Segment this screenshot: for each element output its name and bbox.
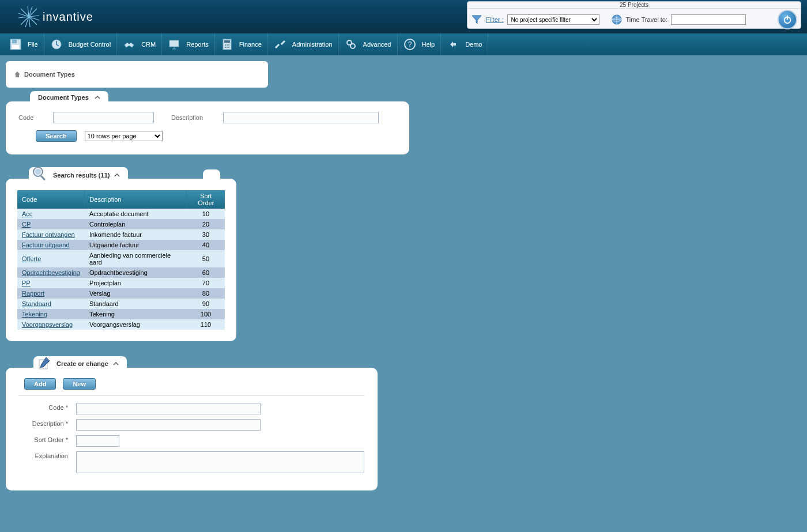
edit-icon xyxy=(37,355,52,370)
code-link[interactable]: Factuur uitgaand xyxy=(22,242,70,248)
cell-code: PP xyxy=(17,278,85,288)
chevron-up-icon[interactable] xyxy=(113,361,119,367)
cell-description: Aanbieding van commerciele aard xyxy=(85,250,187,267)
table-row: PPProjectplan70 xyxy=(17,278,225,288)
svg-rect-5 xyxy=(12,40,17,43)
handshake-icon xyxy=(123,38,135,51)
power-button[interactable] xyxy=(778,10,797,29)
code-link[interactable]: Rapport xyxy=(22,290,44,297)
menu-admin[interactable]: Administration xyxy=(268,33,339,55)
chevron-up-icon[interactable] xyxy=(114,172,120,178)
cell-sort-order: 80 xyxy=(187,288,225,299)
table-row: TekeningTekening100 xyxy=(17,309,225,319)
svg-point-22 xyxy=(35,169,41,175)
results-table: Code Description Sort Order AccAcceptati… xyxy=(17,190,225,330)
cell-description: Verslag xyxy=(85,288,187,299)
logo-swirl-icon xyxy=(17,5,40,28)
code-link[interactable]: PP xyxy=(22,280,31,286)
cell-code: Offerte xyxy=(17,250,85,267)
cell-code: CP xyxy=(17,219,85,229)
svg-rect-3 xyxy=(787,16,788,20)
code-link[interactable]: Tekening xyxy=(22,311,47,318)
results-blank-tab[interactable] xyxy=(203,169,220,181)
cell-sort-order: 30 xyxy=(187,229,225,240)
projects-count[interactable]: 25 Projects xyxy=(467,2,801,9)
menu-help[interactable]: ? Help xyxy=(398,33,442,55)
cell-description: Tekening xyxy=(85,309,187,319)
svg-rect-8 xyxy=(169,40,179,47)
tools-icon xyxy=(274,38,286,51)
menu-demo[interactable]: Demo xyxy=(441,33,488,55)
menu-budget[interactable]: Budget Control xyxy=(44,33,117,55)
cell-sort-order: 60 xyxy=(187,267,225,278)
divider xyxy=(18,395,365,396)
code-link[interactable]: Factuur ontvangen xyxy=(22,231,75,238)
code-label: Code xyxy=(18,114,47,121)
rows-per-page-select[interactable]: 10 rows per page xyxy=(85,131,163,141)
cell-description: Uitgaande factuur xyxy=(85,240,187,250)
breadcrumb-text: Document Types xyxy=(24,71,75,78)
col-code[interactable]: Code xyxy=(17,190,85,209)
budget-icon xyxy=(50,38,63,51)
col-description[interactable]: Description xyxy=(85,190,187,209)
filter-select[interactable]: No project specific filter xyxy=(507,14,599,25)
menu-reports[interactable]: Reports xyxy=(162,33,215,55)
form-code-input[interactable] xyxy=(76,403,261,414)
presentation-icon xyxy=(168,38,180,51)
description-label: Description xyxy=(171,114,217,121)
code-link[interactable]: Offerte xyxy=(22,255,41,262)
cell-description: Voorgangsverslag xyxy=(85,319,187,330)
svg-rect-10 xyxy=(224,40,230,43)
magnify-icon xyxy=(31,165,48,182)
chevron-up-icon[interactable] xyxy=(95,95,100,100)
menu-advanced[interactable]: Advanced xyxy=(339,33,398,55)
form-sort-order-input[interactable] xyxy=(76,435,119,447)
new-button[interactable]: New xyxy=(63,378,96,390)
table-row: OpdrachtbevestigingOpdrachtbevestiging60 xyxy=(17,267,225,278)
filter-icon xyxy=(471,14,482,25)
menu-file[interactable]: File xyxy=(3,33,44,55)
code-link[interactable]: Voorgangsverslag xyxy=(22,321,73,328)
svg-point-11 xyxy=(225,44,226,46)
cell-description: Opdrachtbevestiging xyxy=(85,267,187,278)
menu-finance[interactable]: Finance xyxy=(215,33,268,55)
svg-point-12 xyxy=(227,44,228,46)
create-tab[interactable]: Create or change xyxy=(33,356,127,371)
table-row: VoorgangsverslagVoorgangsverslag110 xyxy=(17,319,225,330)
menu-crm[interactable]: CRM xyxy=(117,33,162,55)
code-input[interactable] xyxy=(53,112,154,123)
table-row: Factuur ontvangenInkomende factuur30 xyxy=(17,229,225,240)
cell-code: Standaard xyxy=(17,299,85,309)
form-description-input[interactable] xyxy=(76,419,261,431)
logo: invantive xyxy=(17,5,93,28)
cell-code: Rapport xyxy=(17,288,85,299)
svg-point-15 xyxy=(227,47,228,48)
search-button[interactable]: Search xyxy=(36,130,77,142)
cell-description: Inkomende factuur xyxy=(85,229,187,240)
search-panel: Code Description Search 10 rows per page xyxy=(6,101,409,154)
globe-icon xyxy=(611,14,623,25)
svg-text:?: ? xyxy=(408,40,412,48)
results-tab[interactable]: Search results (11) xyxy=(29,167,128,183)
search-panel-tab[interactable]: Document Types xyxy=(30,91,108,104)
time-travel-label: Time Travel to: xyxy=(626,16,668,23)
cell-sort-order: 40 xyxy=(187,240,225,250)
cell-sort-order: 20 xyxy=(187,219,225,229)
cell-description: Projectplan xyxy=(85,278,187,288)
code-link[interactable]: Acc xyxy=(22,210,32,217)
code-link[interactable]: Opdrachtbevestiging xyxy=(22,269,80,276)
code-link[interactable]: CP xyxy=(22,221,31,228)
code-link[interactable]: Standaard xyxy=(22,300,51,307)
col-sort[interactable]: Sort Order xyxy=(187,190,225,209)
time-travel-input[interactable] xyxy=(671,14,746,25)
add-button[interactable]: Add xyxy=(24,378,56,390)
demo-icon xyxy=(447,38,459,51)
home-icon[interactable] xyxy=(14,71,21,78)
top-right-panel: 25 Projects Filter : No project specific… xyxy=(467,1,801,29)
svg-point-13 xyxy=(228,44,229,46)
svg-rect-6 xyxy=(12,45,19,49)
filter-label[interactable]: Filter : xyxy=(486,16,504,23)
floppy-icon xyxy=(9,38,22,51)
description-input[interactable] xyxy=(223,112,379,123)
form-explanation-input[interactable] xyxy=(76,451,364,473)
